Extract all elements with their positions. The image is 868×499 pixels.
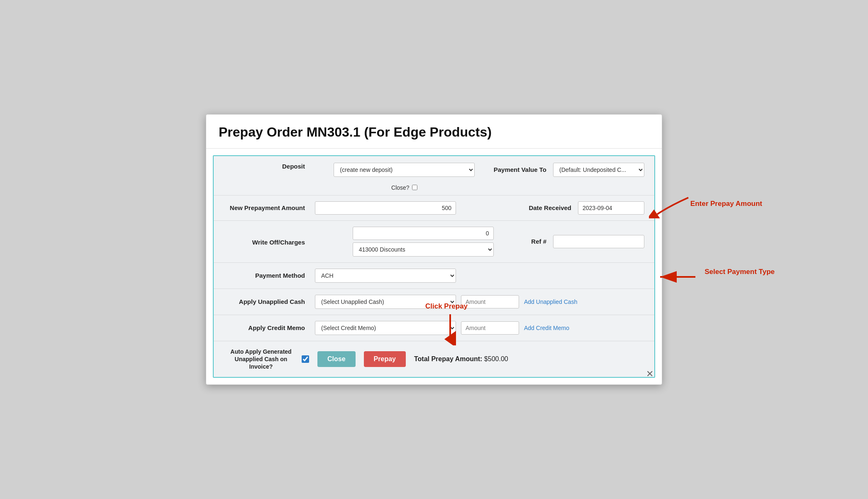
payment-method-row: Payment Method ACH Select Payment Type <box>214 263 654 289</box>
payment-method-controls: ACH <box>315 269 644 283</box>
credit-memo-controls: (Select Credit Memo) Add Credit Memo <box>315 321 644 335</box>
select-payment-annotation: Select Payment Type <box>695 268 775 276</box>
credit-memo-select[interactable]: (Select Credit Memo) <box>315 321 456 335</box>
credit-amount-input[interactable] <box>461 321 519 335</box>
unapplied-cash-controls: (Select Unapplied Cash) Add Unapplied Ca… <box>315 295 644 309</box>
deposit-row: Deposit (create new deposit) Close? Paym… <box>214 156 654 196</box>
date-received-label: Date Received <box>529 204 571 211</box>
page-title: Prepay Order MN303.1 (For Edge Products) <box>206 115 662 149</box>
prepay-button[interactable]: Prepay <box>364 351 406 367</box>
unapplied-cash-select[interactable]: (Select Unapplied Cash) <box>315 295 456 309</box>
deposit-select[interactable]: (create new deposit) <box>334 163 475 177</box>
auto-apply-group: Auto Apply Generated Unapplied Cash on I… <box>224 348 309 371</box>
ref-right: Ref # <box>531 235 644 248</box>
unapplied-cash-row: Apply Unapplied Cash (Select Unapplied C… <box>214 289 654 315</box>
ref-label: Ref # <box>531 238 546 245</box>
prepayment-amount-input[interactable]: 500 <box>315 201 456 215</box>
date-received-input[interactable]: 2023-09-04 <box>578 201 644 215</box>
payment-method-label: Payment Method <box>224 272 315 279</box>
date-received-right: Date Received 2023-09-04 <box>529 201 644 215</box>
payment-value-to-label: Payment Value To <box>494 166 546 173</box>
deposit-label: Deposit <box>224 163 315 170</box>
writeoff-row: Write Off/Charges 0 413000 Discounts Ref… <box>214 221 654 263</box>
deposit-controls: (create new deposit) Close? <box>315 163 494 191</box>
enter-prepay-label: Enter Prepay Amount <box>690 200 762 208</box>
payment-value-right: Payment Value To (Default: Undeposited C… <box>494 163 644 177</box>
close-button[interactable]: Close <box>317 351 356 367</box>
close-check-label: Close? <box>391 184 410 191</box>
writeoff-controls: 0 413000 Discounts <box>315 227 531 257</box>
prepayment-controls: 500 <box>315 201 529 215</box>
writeoff-account-select[interactable]: 413000 Discounts <box>353 242 494 257</box>
payment-value-select[interactable]: (Default: Undeposited C... <box>553 163 644 177</box>
form-body: Deposit (create new deposit) Close? Paym… <box>213 155 655 378</box>
writeoff-label: Write Off/Charges <box>224 237 315 246</box>
prepayment-row: New Prepayment Amount 500 Date Received … <box>214 196 654 221</box>
modal-close-x[interactable]: ✕ <box>646 369 653 379</box>
add-credit-memo-link[interactable]: Add Credit Memo <box>524 325 569 331</box>
credit-memo-row: Apply Credit Memo (Select Credit Memo) A… <box>214 315 654 341</box>
close-checkbox[interactable] <box>412 185 417 190</box>
modal: Prepay Order MN303.1 (For Edge Products)… <box>206 114 662 385</box>
enter-prepay-annotation: Enter Prepay Amount <box>682 200 762 208</box>
select-payment-arrow <box>654 269 704 285</box>
close-check-row: Close? <box>391 184 417 191</box>
payment-method-select[interactable]: ACH <box>315 269 456 283</box>
select-payment-label: Select Payment Type <box>705 268 775 276</box>
auto-apply-checkbox[interactable] <box>302 355 309 363</box>
unapplied-amount-input[interactable] <box>461 295 519 308</box>
writeoff-amount-input[interactable]: 0 <box>353 227 494 240</box>
auto-apply-label: Auto Apply Generated Unapplied Cash on I… <box>224 348 298 371</box>
enter-prepay-arrow <box>649 193 690 218</box>
add-unapplied-cash-link[interactable]: Add Unapplied Cash <box>524 298 577 305</box>
total-prepay-value: $500.00 <box>484 355 508 362</box>
total-prepay-label: Total Prepay Amount: <box>414 355 484 362</box>
ref-input[interactable] <box>553 235 644 248</box>
credit-memo-label: Apply Credit Memo <box>224 324 315 331</box>
unapplied-cash-label: Apply Unapplied Cash <box>224 298 315 305</box>
total-prepay-display: Total Prepay Amount: $500.00 <box>414 355 508 363</box>
bottom-row: Auto Apply Generated Unapplied Cash on I… <box>214 341 654 377</box>
prepayment-label: New Prepayment Amount <box>224 204 315 211</box>
